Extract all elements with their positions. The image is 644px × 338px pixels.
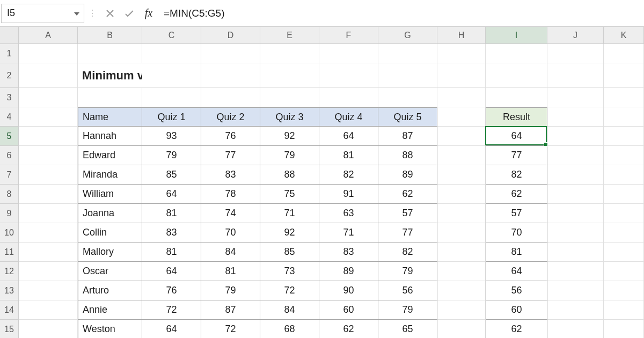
result-cell[interactable]: 64 xyxy=(486,127,547,146)
quiz-cell[interactable]: 71 xyxy=(260,204,319,223)
quiz-cell[interactable]: 76 xyxy=(142,281,201,300)
column-header-K[interactable]: K xyxy=(604,27,644,44)
cell[interactable] xyxy=(437,63,486,88)
column-header-I[interactable]: I xyxy=(486,27,547,44)
cell[interactable] xyxy=(378,88,437,107)
result-cell[interactable]: 62 xyxy=(486,185,547,204)
cell[interactable] xyxy=(604,165,644,185)
row-header-1[interactable]: 1 xyxy=(0,44,19,63)
name-cell[interactable]: Annie xyxy=(78,300,142,320)
quiz-cell[interactable]: 78 xyxy=(201,185,260,204)
column-header-J[interactable]: J xyxy=(547,27,604,44)
quiz-cell[interactable]: 87 xyxy=(201,300,260,320)
cell[interactable] xyxy=(604,107,644,127)
table-header[interactable]: Name xyxy=(78,107,142,127)
quiz-cell[interactable]: 75 xyxy=(260,185,319,204)
cancel-icon[interactable] xyxy=(100,4,120,23)
quiz-cell[interactable]: 89 xyxy=(378,165,437,185)
cell[interactable] xyxy=(547,88,604,107)
quiz-cell[interactable]: 64 xyxy=(142,262,201,281)
column-header-A[interactable]: A xyxy=(19,27,78,44)
cell[interactable] xyxy=(201,63,260,88)
quiz-cell[interactable]: 77 xyxy=(201,146,260,165)
cell[interactable] xyxy=(437,44,486,63)
quiz-cell[interactable]: 83 xyxy=(142,223,201,243)
quiz-cell[interactable]: 64 xyxy=(142,185,201,204)
cell[interactable] xyxy=(437,165,486,185)
formula-input[interactable] xyxy=(158,4,643,23)
quiz-cell[interactable]: 68 xyxy=(260,320,319,338)
table-header[interactable]: Quiz 3 xyxy=(260,107,319,127)
cell[interactable] xyxy=(378,44,437,63)
cell[interactable] xyxy=(437,88,486,107)
quiz-cell[interactable]: 79 xyxy=(201,281,260,300)
quiz-cell[interactable]: 79 xyxy=(378,300,437,320)
result-cell[interactable]: 57 xyxy=(486,204,547,223)
quiz-cell[interactable]: 79 xyxy=(260,146,319,165)
cell[interactable] xyxy=(201,88,260,107)
name-cell[interactable]: William xyxy=(78,185,142,204)
cell[interactable] xyxy=(78,44,142,63)
cell[interactable] xyxy=(142,88,201,107)
quiz-cell[interactable]: 84 xyxy=(260,300,319,320)
cell[interactable] xyxy=(78,88,142,107)
cell[interactable] xyxy=(547,243,604,262)
cell[interactable] xyxy=(547,300,604,320)
cell[interactable] xyxy=(486,44,547,63)
quiz-cell[interactable]: 72 xyxy=(201,320,260,338)
quiz-cell[interactable]: 63 xyxy=(319,204,378,223)
quiz-cell[interactable]: 93 xyxy=(142,127,201,146)
quiz-cell[interactable]: 76 xyxy=(201,127,260,146)
cell[interactable] xyxy=(547,107,604,127)
cell[interactable] xyxy=(19,44,78,63)
quiz-cell[interactable]: 89 xyxy=(319,262,378,281)
cell[interactable] xyxy=(19,165,78,185)
name-cell[interactable]: Hannah xyxy=(78,127,142,146)
result-cell[interactable]: 77 xyxy=(486,146,547,165)
name-cell[interactable]: Arturo xyxy=(78,281,142,300)
name-cell[interactable]: Edward xyxy=(78,146,142,165)
result-cell[interactable]: 56 xyxy=(486,281,547,300)
cell[interactable] xyxy=(547,262,604,281)
quiz-cell[interactable]: 81 xyxy=(142,243,201,262)
name-cell[interactable]: Weston xyxy=(78,320,142,338)
column-header-C[interactable]: C xyxy=(142,27,201,44)
row-header-11[interactable]: 11 xyxy=(0,243,19,262)
table-header[interactable]: Quiz 5 xyxy=(378,107,437,127)
cell[interactable] xyxy=(319,44,378,63)
cell[interactable] xyxy=(437,281,486,300)
table-header[interactable]: Quiz 1 xyxy=(142,107,201,127)
table-header[interactable]: Quiz 4 xyxy=(319,107,378,127)
cell[interactable] xyxy=(19,146,78,165)
cell[interactable] xyxy=(604,320,644,338)
result-cell[interactable]: 81 xyxy=(486,243,547,262)
cell[interactable] xyxy=(260,88,319,107)
cell[interactable] xyxy=(437,146,486,165)
quiz-cell[interactable]: 87 xyxy=(378,127,437,146)
row-header-6[interactable]: 6 xyxy=(0,146,19,165)
quiz-cell[interactable]: 73 xyxy=(260,262,319,281)
cell[interactable] xyxy=(604,204,644,223)
result-cell[interactable]: 64 xyxy=(486,262,547,281)
quiz-cell[interactable]: 62 xyxy=(378,185,437,204)
column-header-F[interactable]: F xyxy=(319,27,378,44)
result-cell[interactable]: 70 xyxy=(486,223,547,243)
quiz-cell[interactable]: 91 xyxy=(319,185,378,204)
quiz-cell[interactable]: 83 xyxy=(201,165,260,185)
cell[interactable] xyxy=(19,262,78,281)
quiz-cell[interactable]: 81 xyxy=(319,146,378,165)
cell[interactable] xyxy=(260,44,319,63)
cell[interactable] xyxy=(547,320,604,338)
name-cell[interactable]: Collin xyxy=(78,223,142,243)
column-header-B[interactable]: B xyxy=(78,27,142,44)
cell[interactable] xyxy=(437,107,486,127)
cell[interactable] xyxy=(547,281,604,300)
quiz-cell[interactable]: 64 xyxy=(319,127,378,146)
cell[interactable] xyxy=(19,204,78,223)
quiz-cell[interactable]: 65 xyxy=(378,320,437,338)
row-header-4[interactable]: 4 xyxy=(0,107,19,127)
cell[interactable] xyxy=(604,127,644,146)
quiz-cell[interactable]: 83 xyxy=(319,243,378,262)
quiz-cell[interactable]: 88 xyxy=(260,165,319,185)
cell[interactable] xyxy=(437,127,486,146)
